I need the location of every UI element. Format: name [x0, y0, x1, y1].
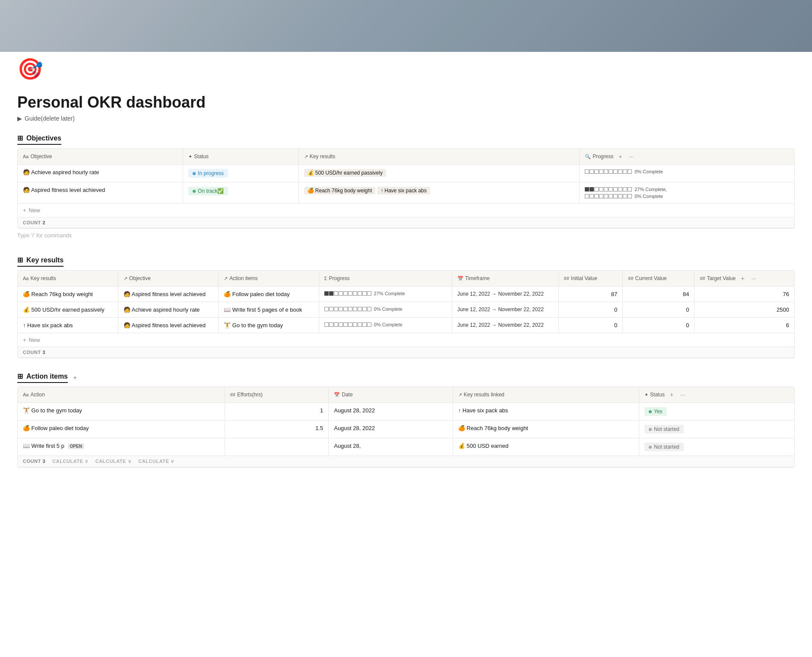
prog-sq — [334, 291, 338, 296]
prog-sq — [604, 187, 608, 191]
add-column-btn[interactable]: + — [668, 390, 675, 399]
prog-sq — [599, 169, 603, 174]
obj-cell[interactable]: 🧑 Aspired fitness level achieved — [18, 182, 183, 204]
key-results-table-wrapper: AaKey results ↗Objective ↗Action items Σ… — [17, 270, 795, 358]
kr-linked-cell[interactable]: 🍊 Reach 76kg body weight — [453, 421, 639, 438]
command-hint[interactable]: Type '/' for commands — [17, 229, 795, 242]
more-options-btn[interactable]: ··· — [679, 390, 687, 399]
ai-cell[interactable]: 📖 Write first 5 pages of e book — [219, 302, 319, 318]
action-cell[interactable]: 🍊 Follow paleo diet today — [18, 421, 225, 438]
kr-cell[interactable]: 💰 500 USD/hr earned passively — [18, 302, 118, 318]
objectives-count: 2 — [42, 220, 45, 225]
timeframe-cell: June 12, 2022 → November 22, 2022 — [452, 302, 558, 318]
ai-cell[interactable]: 🏋 Go to the gym today — [219, 318, 319, 333]
prog-sq — [609, 187, 613, 191]
objectives-new-row[interactable]: + New — [18, 204, 794, 217]
status-dot — [649, 410, 652, 413]
app-logo: 🎯 — [17, 57, 43, 80]
prog-sq — [334, 307, 338, 311]
ai-count-row: COUNT 3 Calculate ∨ Calculate ∨ Calculat… — [18, 456, 794, 467]
action-items-section-header-row: ⊞ Action items + — [17, 372, 795, 383]
obj-cell[interactable]: 🧑 Achieve aspired hourly rate — [18, 165, 183, 182]
prog-squares — [585, 169, 632, 174]
status-badge: On track✅ — [188, 187, 228, 195]
kr-tag: 🍊 Reach 76kg body weight — [304, 187, 375, 195]
prog-sq — [618, 187, 622, 191]
prog-sq — [334, 322, 338, 327]
more-options-btn[interactable]: ··· — [749, 274, 758, 283]
kr-linked-cell[interactable]: 💰 500 USD earned — [453, 438, 639, 456]
add-column-btn[interactable]: + — [739, 274, 746, 283]
status-cell[interactable]: In progress — [183, 165, 299, 182]
kr-cell[interactable]: 💰 500 USD/hr earned passively — [298, 165, 579, 182]
kr-cell[interactable]: 🍊 Reach 76kg body weight — [18, 287, 118, 302]
status-cell[interactable]: On track✅ — [183, 182, 299, 204]
progress-bar: 0% Complete — [585, 169, 789, 174]
action-items-table-icon: ⊞ — [17, 372, 23, 380]
open-badge: OPEN — [68, 443, 84, 449]
date-cell: August 28, 2022 — [329, 403, 453, 421]
guide-toggle[interactable]: ▶ Guide(delete later) — [17, 115, 795, 122]
header-banner — [0, 0, 812, 52]
prog-sq — [362, 322, 367, 327]
prog-sq — [339, 307, 343, 311]
th-target-value: ##Target Value + ··· — [695, 271, 794, 287]
th-status: ✦Status + ··· — [639, 387, 794, 403]
th-objective: AaObjective — [18, 149, 183, 165]
kr-header-row: AaKey results ↗Objective ↗Action items Σ… — [18, 271, 794, 287]
prog-sq — [358, 307, 362, 311]
status-badge: Not started — [644, 425, 684, 434]
ai-header-row: AaAction ##Efforts(hrs) 📅Date ↗Key resul… — [18, 387, 794, 403]
status-cell[interactable]: Yes — [639, 403, 794, 421]
prog-sq — [353, 322, 357, 327]
prog-sq — [362, 291, 367, 296]
status-cell[interactable]: Not started — [639, 421, 794, 438]
kr-new-row[interactable]: + New — [18, 333, 794, 347]
obj-text: Achieve aspired hourly rate — [31, 169, 99, 175]
prog-sq — [618, 169, 622, 174]
action-cell[interactable]: 📖 Write first 5 p OPEN — [18, 438, 225, 456]
add-action-item-btn[interactable]: + — [71, 374, 79, 382]
status-dot — [193, 190, 196, 193]
prog-sq — [585, 169, 589, 174]
progress-bar: 27% Complete, — [585, 187, 789, 192]
th-initial-value: ##Initial Value — [558, 271, 623, 287]
kr-count: 3 — [42, 350, 45, 355]
prog-squares — [324, 322, 371, 327]
status-cell[interactable]: Not started — [639, 438, 794, 456]
kr-tags: 🍊 Reach 76kg body weight ↑ Have six pack… — [304, 187, 574, 195]
action-items-table-wrapper: AaAction ##Efforts(hrs) 📅Date ↗Key resul… — [17, 386, 795, 468]
prog-sq — [618, 194, 622, 198]
kr-cell[interactable]: 🍊 Reach 76kg body weight ↑ Have six pack… — [298, 182, 579, 204]
prog-sq — [324, 307, 329, 311]
ai-cell[interactable]: 🍊 Follow paleo diet today — [219, 287, 319, 302]
table-row: 🏋 Go to the gym today 1 August 28, 2022 … — [18, 403, 794, 421]
obj-cell[interactable]: 🧑 Aspired fitness level achieved — [118, 318, 218, 333]
prog-sq — [628, 187, 632, 191]
progress-label: 27% Complete, — [634, 187, 667, 192]
th-timeframe: 📅Timeframe — [452, 271, 558, 287]
kr-linked-cell[interactable]: ↑ Have six pack abs — [453, 403, 639, 421]
add-column-btn[interactable]: + — [617, 152, 624, 161]
kr-cell[interactable]: ↑ Have six pack abs — [18, 318, 118, 333]
target-value-cell: 6 — [695, 318, 794, 333]
plus-icon: + — [23, 337, 26, 343]
obj-cell[interactable]: 🧑 Aspired fitness level achieved — [118, 287, 218, 302]
prog-sq — [594, 187, 599, 191]
current-value-cell: 84 — [623, 287, 695, 302]
kr-count-row: COUNT 3 — [18, 347, 794, 358]
key-results-table-icon: ⊞ — [17, 256, 23, 264]
obj-text: Aspired fitness level achieved — [31, 187, 105, 193]
current-value-cell: 0 — [623, 302, 695, 318]
prog-squares — [324, 307, 371, 311]
th-status: ✦Status — [183, 149, 299, 165]
kr-tags: 💰 500 USD/hr earned passively — [304, 169, 574, 177]
more-options-btn[interactable]: ··· — [627, 152, 636, 161]
obj-cell[interactable]: 🧑 Achieve aspired hourly rate — [118, 302, 218, 318]
prog-sq — [609, 169, 613, 174]
status-badge: In progress — [188, 169, 228, 178]
action-cell[interactable]: 🏋 Go to the gym today — [18, 403, 225, 421]
prog-sq — [628, 169, 632, 174]
prog-sq — [367, 307, 371, 311]
prog-sq — [353, 307, 357, 311]
